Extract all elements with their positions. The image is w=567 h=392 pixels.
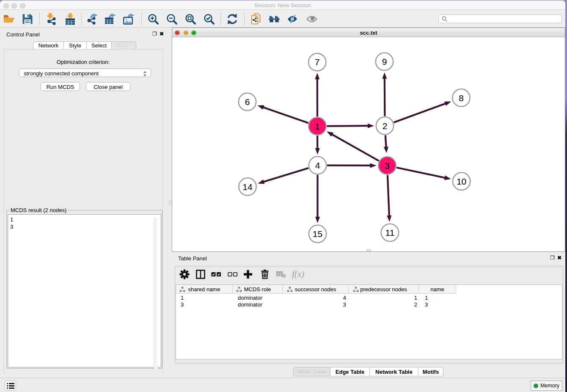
svg-text:14: 14: [242, 182, 253, 192]
svg-text:1: 1: [315, 121, 320, 131]
svg-text:4: 4: [315, 160, 320, 170]
svg-text:10: 10: [457, 177, 466, 186]
svg-text:15: 15: [313, 229, 322, 239]
svg-text:8: 8: [459, 93, 464, 103]
svg-text:11: 11: [385, 228, 395, 237]
svg-text:2: 2: [383, 121, 388, 131]
svg-text:6: 6: [245, 97, 250, 107]
svg-text:9: 9: [382, 57, 387, 66]
svg-text:7: 7: [315, 57, 320, 67]
svg-text:3: 3: [385, 161, 390, 171]
